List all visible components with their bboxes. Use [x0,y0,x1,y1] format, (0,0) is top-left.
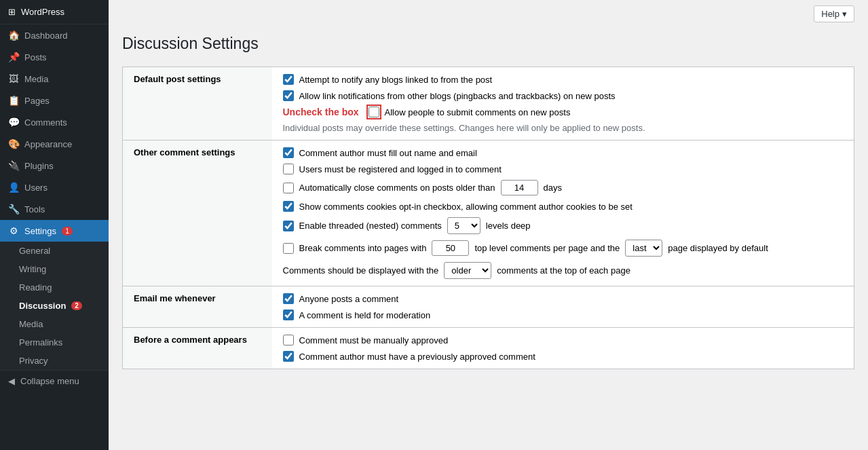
sidebar: ⊞ WordPress 🏠 Dashboard 📌 Posts 🖼 Media … [0,0,109,450]
submenu-item-privacy[interactable]: Privacy [0,352,109,370]
uncheck-annotation: Uncheck the box [283,107,359,117]
threaded-checkbox[interactable] [283,221,294,231]
prev-approved-label: Comment author must have a previously ap… [299,352,535,362]
other-comment-settings-row: Other comment settings Comment author mu… [123,140,854,286]
break-pages-input[interactable] [432,240,469,256]
comments-icon: 💬 [8,117,19,128]
submenu-label: Media [19,319,43,329]
submenu-label: Privacy [19,356,48,366]
auto-close-label-after: days [544,183,562,193]
other-comment-settings-label: Other comment settings [123,140,272,286]
cookies-row: Show comments cookies opt-in checkbox, a… [283,201,844,212]
anyone-posts-label: Anyone posts a comment [299,294,399,304]
before-comment-row: Before a comment appears Comment must be… [123,328,854,369]
threaded-row: Enable threaded (nested) comments 123456… [283,217,844,234]
display-order-select[interactable]: oldernewer [444,262,491,279]
submenu-label: Permalinks [19,337,62,348]
help-label: Help [821,9,839,19]
submenu-item-writing[interactable]: Writing [0,260,109,278]
threaded-levels-select[interactable]: 12345678910 [447,217,480,234]
plugins-icon: 🔌 [8,160,19,171]
sidebar-brand-label: WordPress [21,7,64,17]
default-post-settings-label: Default post settings [123,67,272,140]
manual-approval-checkbox[interactable] [283,335,294,345]
sidebar-item-label: Dashboard [24,31,68,41]
sidebar-item-label: Settings [24,226,56,236]
author-name-checkbox[interactable] [283,147,294,158]
submenu-item-media[interactable]: Media [0,315,109,333]
notify-blogs-checkbox[interactable] [283,74,294,85]
allow-comments-checkbox[interactable] [369,107,379,117]
break-pages-label-after: page displayed by default [668,243,768,253]
auto-close-row: Automatically close comments on posts ol… [283,180,844,195]
discussion-badge: 2 [71,301,82,310]
sidebar-item-label: Pages [24,96,50,106]
sidebar-item-users[interactable]: 👤 Users [0,176,109,198]
sidebar-item-label: Posts [24,52,47,62]
help-button[interactable]: Help ▾ [814,5,854,22]
display-order-label-before: Comments should be displayed with the [283,265,439,276]
prev-approved-checkbox[interactable] [283,351,294,362]
sidebar-item-plugins[interactable]: 🔌 Plugins [0,155,109,176]
submenu-label: Reading [19,282,52,293]
submenu-item-reading[interactable]: Reading [0,278,109,297]
other-comment-settings-content: Comment author must fill out name and em… [272,140,854,286]
allow-comments-row: Uncheck the box Allow people to submit c… [283,107,844,117]
author-name-row: Comment author must fill out name and em… [283,147,844,158]
default-post-hint: Individual posts may override these sett… [283,123,844,133]
anyone-posts-checkbox[interactable] [283,293,294,304]
sidebar-item-dashboard[interactable]: 🏠 Dashboard [0,24,109,46]
media-icon: 🖼 [8,73,19,84]
break-pages-row: Break comments into pages with top level… [283,240,844,257]
auto-close-checkbox[interactable] [283,183,294,193]
sidebar-item-pages[interactable]: 📋 Pages [0,90,109,111]
collapse-menu-button[interactable]: ◀ Collapse menu [0,370,109,392]
break-pages-select[interactable]: lastfirst [625,240,662,257]
submenu-item-permalinks[interactable]: Permalinks [0,333,109,352]
sidebar-item-label: Comments [24,117,67,128]
sidebar-item-settings[interactable]: ⚙ Settings 1 [0,220,109,242]
submenu-label: General [19,246,50,256]
break-pages-label-before: Break comments into pages with [299,243,427,253]
email-me-whenever-row: Email me whenever Anyone posts a comment… [123,286,854,328]
allow-pingbacks-checkbox[interactable] [283,90,294,101]
users-icon: 👤 [8,182,19,193]
sidebar-item-label: Tools [24,204,45,214]
sidebar-item-media[interactable]: 🖼 Media [0,68,109,90]
threaded-label-after: levels deep [486,221,531,231]
anyone-posts-row: Anyone posts a comment [283,293,844,304]
settings-badge: 1 [62,227,73,236]
threaded-label-before: Enable threaded (nested) comments [299,221,442,231]
registered-login-checkbox[interactable] [283,164,294,174]
sidebar-item-appearance[interactable]: 🎨 Appearance [0,133,109,155]
auto-close-days-input[interactable] [501,180,538,195]
collapse-label: Collapse menu [20,376,79,386]
submenu-item-general[interactable]: General [0,242,109,260]
registered-login-label: Users must be registered and logged in t… [299,164,502,174]
settings-icon: ⚙ [8,225,19,236]
tools-icon: 🔧 [8,204,19,214]
break-pages-checkbox[interactable] [283,243,294,254]
sidebar-item-tools[interactable]: 🔧 Tools [0,198,109,220]
manual-approval-label: Comment must be manually approved [299,335,449,345]
cookies-checkbox[interactable] [283,201,294,212]
sidebar-item-label: Media [24,74,48,84]
topbar: Help ▾ [109,0,868,28]
allow-pingbacks-row: Allow link notifications from other blog… [283,90,844,101]
settings-table: Default post settings Attempt to notify … [122,67,854,369]
submenu-item-discussion[interactable]: Discussion 2 [0,297,109,315]
notify-blogs-label: Attempt to notify any blogs linked to fr… [299,75,493,85]
prev-approved-row: Comment author must have a previously ap… [283,351,844,362]
sidebar-item-comments[interactable]: 💬 Comments [0,111,109,133]
sidebar-item-posts[interactable]: 📌 Posts [0,46,109,68]
allow-pingbacks-label: Allow link notifications from other blog… [299,91,616,101]
held-for-mod-checkbox[interactable] [283,310,294,320]
before-comment-content: Comment must be manually approved Commen… [272,328,854,369]
registered-login-row: Users must be registered and logged in t… [283,164,844,174]
pages-icon: 📋 [8,95,19,106]
before-comment-label: Before a comment appears [123,328,272,369]
author-name-label: Comment author must fill out name and em… [299,148,477,158]
held-for-mod-label: A comment is held for moderation [299,310,431,320]
sidebar-brand: ⊞ WordPress [0,0,109,24]
sidebar-item-label: Plugins [24,161,54,171]
